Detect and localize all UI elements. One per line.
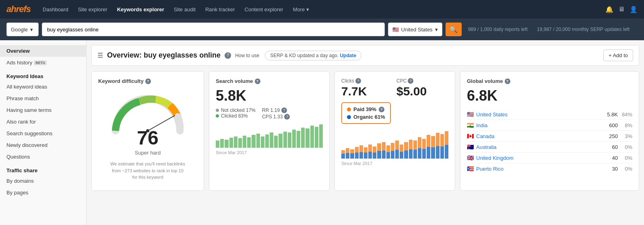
sidebar-item-by-domains[interactable]: By domains	[0, 175, 86, 187]
sv-bar	[283, 132, 287, 148]
country-volume: 40	[604, 155, 618, 161]
sidebar-item-questions[interactable]: Questions	[0, 151, 86, 163]
sidebar-item-by-pages[interactable]: By pages	[0, 187, 86, 198]
paid-bar	[427, 135, 430, 147]
country-name[interactable]: Australia	[476, 144, 601, 150]
nav-rank-tracker[interactable]: Rank tracker	[201, 4, 239, 15]
country-name[interactable]: India	[476, 122, 601, 128]
sv-bar	[301, 128, 305, 148]
country-flag: 🇺🇸	[467, 111, 474, 118]
country-list-item: 🇮🇳 India 600 8%	[467, 120, 632, 131]
country-list-item: 🇨🇦 Canada 250 3%	[467, 131, 632, 142]
sv-bar	[305, 128, 309, 148]
nav-site-audit[interactable]: Site audit	[170, 4, 200, 15]
monitor-icon[interactable]: 🖥	[618, 6, 625, 13]
clicks-bar-stack	[386, 145, 390, 159]
organic-bar	[436, 146, 440, 159]
kd-score: 76	[135, 127, 161, 149]
sidebar-item-search-suggestions[interactable]: Search suggestions	[0, 128, 86, 139]
paid-bar	[440, 134, 444, 147]
nav-keywords-explorer[interactable]: Keywords explorer	[113, 4, 168, 15]
clicks-bar-stack	[382, 142, 386, 159]
country-pct: 0%	[620, 155, 632, 161]
nav-dashboard[interactable]: Dashboard	[39, 4, 72, 15]
country-name[interactable]: United States	[476, 111, 601, 118]
logo[interactable]: ahrefs	[6, 4, 31, 14]
search-input[interactable]	[42, 23, 385, 36]
sidebar-item-also-rank-for[interactable]: Also rank for	[0, 116, 86, 128]
cpc-help-icon[interactable]: ?	[408, 78, 413, 84]
sv-bar	[225, 140, 228, 148]
sidebar-item-having-same-terms[interactable]: Having same terms	[0, 104, 86, 116]
sidebar-item-newly-discovered[interactable]: Newly discovered	[0, 139, 86, 151]
country-name[interactable]: Canada	[476, 133, 601, 139]
clicks-value: 7.7K	[341, 85, 393, 98]
nav-site-explorer[interactable]: Site explorer	[74, 4, 111, 15]
sidebar-item-all-keyword-ideas[interactable]: All keyword ideas	[0, 81, 86, 93]
sidebar-item-overview[interactable]: Overview	[0, 45, 86, 57]
rr-help-icon[interactable]: ?	[281, 107, 287, 113]
sidebar-section-keyword-ideas: Keyword Ideas	[0, 68, 86, 81]
search-button[interactable]: 🔍	[446, 23, 462, 36]
clicks-bar-chart	[341, 130, 448, 159]
paid-bar	[436, 133, 440, 146]
nav-more[interactable]: More ▾	[289, 4, 313, 15]
clicks-bar-stack	[427, 135, 430, 159]
page-header: ☰ Overview: buy eyeglasses online ? How …	[91, 45, 639, 66]
user-icon[interactable]: 👤	[630, 6, 638, 13]
paid-bar	[409, 140, 413, 149]
sv-bar	[279, 134, 282, 148]
country-select[interactable]: 🇺🇸 United States ▾	[388, 23, 442, 36]
country-list-item: 🇦🇺 Australia 60 0%	[467, 142, 632, 153]
rr-row: RR 1.19 ?	[262, 107, 290, 113]
organic-bar	[350, 153, 354, 159]
organic-bar	[355, 153, 359, 159]
country-flag: 🇵🇷	[467, 165, 474, 172]
cards-row: Keyword difficulty ?	[91, 71, 639, 191]
sidebar-item-ads-history[interactable]: Ads history BETA	[0, 57, 86, 68]
clicks-bar-stack	[445, 131, 448, 159]
organic-row: Organic 61%	[347, 114, 385, 120]
kd-card-title: Keyword difficulty ?	[98, 78, 197, 84]
country-pct: 8%	[620, 122, 632, 128]
not-clicked-dot	[216, 109, 219, 112]
clicks-help-icon[interactable]: ?	[355, 78, 361, 84]
sv-bar	[220, 139, 224, 148]
cps-help-icon[interactable]: ?	[284, 114, 290, 120]
clicks-cpc-card: Clicks ? 7.7K CPC ? $5.00	[334, 71, 455, 191]
clicks-bar-stack	[391, 143, 394, 159]
clicks-section: Clicks ? 7.7K	[341, 78, 393, 98]
sv-bar	[252, 135, 255, 148]
nav-content-explorer[interactable]: Content explorer	[241, 4, 287, 15]
how-to-use-link[interactable]: How to use	[235, 53, 259, 58]
sv-bar	[247, 137, 251, 148]
sv-value: 5.8K	[216, 87, 323, 104]
country-name[interactable]: Puerto Rico	[476, 166, 601, 172]
paid-bar	[346, 148, 349, 153]
organic-bar	[404, 151, 408, 159]
sv-bar	[274, 136, 278, 148]
hamburger-icon[interactable]: ☰	[97, 52, 103, 59]
country-name[interactable]: United Kingdom	[476, 155, 601, 161]
kd-help-icon[interactable]: ?	[145, 78, 151, 84]
engine-select[interactable]: Google ▾	[6, 23, 39, 36]
add-to-button[interactable]: + Add to	[603, 50, 633, 61]
clicks-bar-stack	[368, 144, 372, 159]
clicks-bar-stack	[341, 150, 345, 159]
bell-icon[interactable]: 🔔	[605, 6, 613, 13]
country-flag: 🇬🇧	[467, 155, 474, 161]
paid-dot	[347, 107, 351, 111]
paid-bar	[431, 136, 435, 147]
update-link[interactable]: Update	[340, 53, 356, 58]
help-icon[interactable]: ?	[225, 52, 231, 59]
search-icon: 🔍	[450, 26, 458, 33]
sidebar-item-phrase-match[interactable]: Phrase match	[0, 93, 86, 104]
gv-help-icon[interactable]: ?	[505, 78, 510, 84]
paid-help-icon[interactable]: ?	[379, 107, 384, 112]
organic-dot	[347, 115, 351, 119]
clicked-dot	[216, 114, 219, 118]
sidebar: Overview Ads history BETA Keyword Ideas …	[0, 40, 87, 225]
sv-bar	[288, 132, 291, 148]
sv-help-icon[interactable]: ?	[255, 78, 260, 84]
cpc-title: CPC ?	[396, 78, 448, 84]
